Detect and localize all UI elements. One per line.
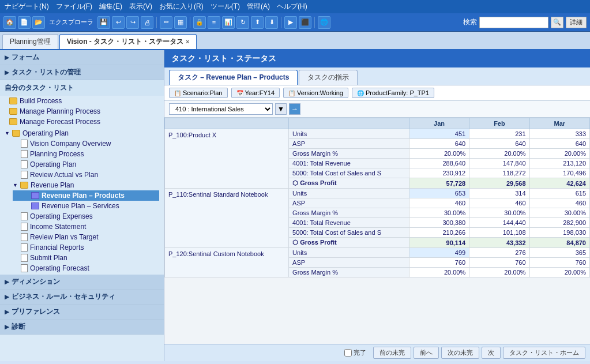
selector-dropdown[interactable]: 410 : International Sales bbox=[169, 103, 273, 115]
next-incomplete-btn[interactable]: 次の未完 bbox=[441, 347, 479, 359]
cell-p120-asp-jan[interactable]: 760 bbox=[409, 258, 469, 268]
menu-navigate[interactable]: ナビゲート(N) bbox=[5, 2, 49, 12]
menu-help[interactable]: ヘルプ(H) bbox=[277, 2, 307, 12]
inner-tab-task[interactable]: タスク – Revenue Plan – Products bbox=[169, 70, 298, 85]
cell-p110-asp-mar[interactable]: 460 bbox=[529, 198, 589, 208]
cell-5000-jan[interactable]: 230,912 bbox=[409, 168, 469, 178]
cell-asp-feb[interactable]: 640 bbox=[469, 139, 529, 149]
pov-product-family[interactable]: 🌐 ProductFamily: P_TP1 bbox=[352, 88, 434, 98]
sidebar-tasklist-header[interactable]: ▶ タスク・リストの管理 bbox=[0, 65, 164, 80]
sidebar-operating-plan-header[interactable]: ▼ Operating Plan bbox=[5, 128, 159, 138]
sidebar-revenue-plan-header[interactable]: ▼ Revenue Plan bbox=[13, 180, 159, 190]
cell-p110-gp-feb[interactable]: 43,332 bbox=[469, 238, 529, 248]
print-icon[interactable]: 🖨 bbox=[141, 16, 153, 29]
cell-p120-units-feb[interactable]: 276 bbox=[469, 248, 529, 258]
sidebar-forms-header[interactable]: ▶ フォーム bbox=[0, 50, 164, 65]
cell-gm-feb[interactable]: 20.00% bbox=[469, 149, 529, 159]
cell-asp-jan[interactable]: 640 bbox=[409, 139, 469, 149]
sidebar-item-operating-forecast[interactable]: Operating Forecast bbox=[5, 263, 159, 273]
grid-container[interactable]: Jan Feb Mar P_100:Product X Units 451 23… bbox=[164, 118, 590, 344]
cell-p110-asp-jan[interactable]: 460 bbox=[409, 198, 469, 208]
sidebar-item-build-process[interactable]: Build Process bbox=[0, 96, 164, 106]
complete-checkbox[interactable] bbox=[344, 349, 352, 357]
menu-admin[interactable]: 管理(A) bbox=[247, 2, 270, 12]
sidebar-item-financial-reports[interactable]: Financial Reports bbox=[5, 242, 159, 253]
stop-icon[interactable]: ⬛ bbox=[299, 16, 311, 29]
globe-icon[interactable]: 🌐 bbox=[318, 16, 330, 29]
cell-p110-5000-jan[interactable]: 210,266 bbox=[409, 228, 469, 238]
save-icon[interactable]: 💾 bbox=[97, 16, 110, 29]
open-icon[interactable]: 📂 bbox=[32, 16, 45, 29]
cell-p120-gm-feb[interactable]: 20.00% bbox=[469, 268, 529, 277]
sidebar-item-vision-company[interactable]: Vision Company Overview bbox=[5, 138, 159, 149]
lock-icon[interactable]: 🔒 bbox=[193, 16, 206, 29]
detail-button[interactable]: 詳細 bbox=[566, 17, 587, 28]
cell-p110-4001-mar[interactable]: 282,900 bbox=[529, 218, 589, 228]
cell-p110-5000-mar[interactable]: 198,030 bbox=[529, 228, 589, 238]
sidebar-business-rules-header[interactable]: ▶ ビジネス・ルール・セキュリティ bbox=[0, 290, 164, 304]
cell-p110-units-mar[interactable]: 615 bbox=[529, 189, 589, 198]
next-btn[interactable]: 次 bbox=[482, 347, 501, 359]
upload-icon[interactable]: ⬆ bbox=[251, 16, 264, 29]
tab-vision[interactable]: Vision - タスク・リスト・ステータス × bbox=[59, 34, 197, 49]
refresh-icon[interactable]: ↻ bbox=[236, 16, 249, 29]
cell-units-jan[interactable]: 451 bbox=[409, 129, 469, 139]
cell-p110-gm-mar[interactable]: 30.00% bbox=[529, 208, 589, 218]
sidebar-dimension-header[interactable]: ▶ ディメンション bbox=[0, 275, 164, 289]
cell-units-mar[interactable]: 333 bbox=[529, 129, 589, 139]
sidebar-preferences-header[interactable]: ▶ プリファレンス bbox=[0, 305, 164, 319]
cell-asp-mar[interactable]: 640 bbox=[529, 139, 589, 149]
download-icon[interactable]: ⬇ bbox=[265, 16, 278, 29]
chart-icon[interactable]: 📊 bbox=[222, 16, 235, 29]
cell-p110-gp-jan[interactable]: 90,114 bbox=[409, 238, 469, 248]
cell-5000-mar[interactable]: 170,496 bbox=[529, 168, 589, 178]
search-button[interactable]: 🔍 bbox=[551, 17, 563, 28]
sidebar-item-revenue-services[interactable]: Revenue Plan – Services bbox=[13, 201, 159, 211]
sidebar-item-manage-forecast[interactable]: Manage Forecast Process bbox=[0, 117, 164, 127]
cell-p110-4001-feb[interactable]: 144,440 bbox=[469, 218, 529, 228]
play-icon[interactable]: ▶ bbox=[284, 16, 297, 29]
menu-view[interactable]: 表示(V) bbox=[129, 2, 152, 12]
back-icon[interactable]: ↩ bbox=[112, 16, 125, 29]
cell-p110-gp-mar[interactable]: 84,870 bbox=[529, 238, 589, 248]
sidebar-item-review-plan-target[interactable]: Review Plan vs Target bbox=[5, 232, 159, 242]
prev-incomplete-btn[interactable]: 前の未完 bbox=[373, 347, 411, 359]
cell-p110-5000-feb[interactable]: 101,108 bbox=[469, 228, 529, 238]
sidebar-item-revenue-products[interactable]: Revenue Plan – Products bbox=[13, 190, 159, 201]
cell-p120-asp-mar[interactable]: 760 bbox=[529, 258, 589, 268]
sidebar-item-review-actual[interactable]: Review Actual vs Plan bbox=[5, 170, 159, 180]
pencil-icon[interactable]: ✏ bbox=[160, 16, 172, 29]
cell-p120-units-mar[interactable]: 365 bbox=[529, 248, 589, 258]
cell-p110-gm-feb[interactable]: 30.00% bbox=[469, 208, 529, 218]
cell-gm-jan[interactable]: 20.00% bbox=[409, 149, 469, 159]
forward-icon[interactable]: ↪ bbox=[126, 16, 139, 29]
cell-p110-gm-jan[interactable]: 30.00% bbox=[409, 208, 469, 218]
cell-p110-units-feb[interactable]: 314 bbox=[469, 189, 529, 198]
sidebar-item-operating-plan-sub[interactable]: Operating Plan bbox=[5, 159, 159, 170]
pov-version[interactable]: 📋 Version:Working bbox=[283, 88, 348, 98]
sidebar-item-submit-plan[interactable]: Submit Plan bbox=[5, 253, 159, 263]
inner-tab-instruction[interactable]: タスクの指示 bbox=[299, 70, 358, 85]
cell-gp-jan[interactable]: 57,728 bbox=[409, 178, 469, 189]
cell-4001-mar[interactable]: 213,120 bbox=[529, 159, 589, 168]
cell-p110-asp-feb[interactable]: 460 bbox=[469, 198, 529, 208]
new-icon[interactable]: 📄 bbox=[18, 16, 31, 29]
selector-dropdown-btn[interactable]: ▼ bbox=[275, 103, 287, 115]
menu-edit[interactable]: 編集(E) bbox=[99, 2, 122, 12]
menu-file[interactable]: ファイル(F) bbox=[56, 2, 92, 12]
prev-btn[interactable]: 前へ bbox=[414, 347, 439, 359]
search-input[interactable] bbox=[479, 17, 548, 28]
cell-gp-feb[interactable]: 29,568 bbox=[469, 178, 529, 189]
selector-go-btn[interactable]: → bbox=[289, 103, 300, 115]
menu-tools[interactable]: ツール(T) bbox=[211, 2, 240, 12]
sidebar-item-income-statement[interactable]: Income Statement bbox=[5, 222, 159, 232]
cell-p120-gm-mar[interactable]: 20.00% bbox=[529, 268, 589, 277]
sidebar-item-operating-expenses[interactable]: Operating Expenses bbox=[5, 211, 159, 222]
cell-gp-mar[interactable]: 42,624 bbox=[529, 178, 589, 189]
cell-p110-units-jan[interactable]: 653 bbox=[409, 189, 469, 198]
cell-4001-feb[interactable]: 147,840 bbox=[469, 159, 529, 168]
cell-p120-gm-jan[interactable]: 20.00% bbox=[409, 268, 469, 277]
cell-p110-4001-jan[interactable]: 300,380 bbox=[409, 218, 469, 228]
cell-units-feb[interactable]: 231 bbox=[469, 129, 529, 139]
cell-5000-feb[interactable]: 118,272 bbox=[469, 168, 529, 178]
